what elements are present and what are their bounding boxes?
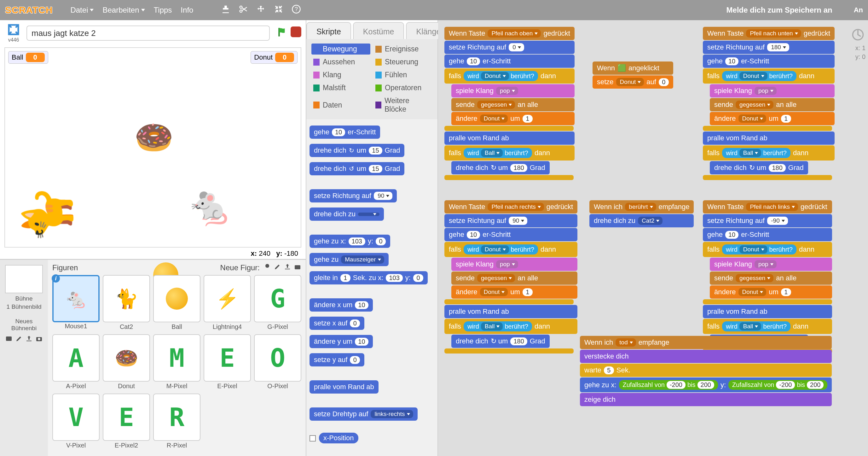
version-label: v446 [4,37,23,43]
var-ball-value: 0 [26,53,45,62]
cat-label: Fühlen [385,71,407,79]
scissors-icon[interactable] [239,4,248,16]
cat-sensing[interactable]: Fühlen [373,69,432,81]
reporter-checkbox[interactable] [310,435,316,442]
cat-label: Operatoren [385,84,422,92]
script-right[interactable]: Wenn TastePfeil nach rechtsgedrückt setz… [444,200,578,354]
blk-bounce[interactable]: pralle vom Rand ab [310,380,378,394]
script-area[interactable]: x: 1y: 0 Wenn TastePfeil nach obengedrüc… [438,20,868,456]
blk-goto-xy[interactable]: gehe zu x:103y:0 [310,235,390,248]
sprite-thumb-cat2[interactable]: 🐈Cat2 [103,275,150,322]
blk-change-x[interactable]: ändere x um10 [310,298,373,311]
menu-edit[interactable]: Bearbeiten [102,6,145,14]
blk-turn-cw[interactable]: drehe dich↻ um 15Grad [310,144,404,157]
blk-turn-ccw[interactable]: drehe dich↺ um 15Grad [310,162,404,175]
fullscreen-button[interactable]: v446 [4,23,23,43]
blk-set-y[interactable]: setze y auf0 [310,353,364,366]
library-icon[interactable] [5,335,12,344]
tab-scripts[interactable]: Skripte [306,22,351,39]
upload-icon[interactable] [25,335,33,344]
blk-xpos[interactable]: x-Position [319,433,359,444]
script-down[interactable]: Wenn TastePfeil nach untengedrückt setze… [703,27,835,180]
cat-label: Daten [323,101,342,110]
scratch-logo[interactable]: SCRATCH [5,5,53,16]
cat-label: Klang [323,71,341,79]
sprite-direction-icon[interactable] [851,28,865,43]
sprite-name: Ball [172,323,182,331]
script-flag[interactable]: Wenn 🟩 angeklickt setzeDonutauf0 [592,61,673,89]
cat-sound[interactable]: Klang [311,69,370,81]
cat-label: Malstift [323,84,346,92]
backdrop-thumbnail[interactable] [5,265,43,293]
menu-tips[interactable]: Tipps [154,6,172,14]
project-title-input[interactable] [27,26,270,41]
blk-glide[interactable]: gleite in1Sek. zu x:103y:0 [310,271,428,284]
sprite-on-stage-mouse[interactable]: 🐁 [186,184,234,228]
sprite-thumb-a[interactable]: AA-Pixel [52,334,100,382]
sprite-thumb-lightning[interactable]: ⚡Lightning4 [204,275,251,322]
sprite-name: R-Pixel [167,442,187,449]
cat-data[interactable]: Daten [311,95,370,115]
toolbar-tools: ? [221,4,301,16]
sprite-thumb-ball[interactable]: Ball [153,275,200,322]
cat-events[interactable]: Ereignisse [373,43,432,55]
grow-icon[interactable] [256,4,266,16]
sprite-on-stage-cat[interactable]: 🐈 [20,185,75,244]
new-sprite-upload-icon[interactable] [284,263,291,272]
paint-icon[interactable] [15,335,23,344]
cat-pen[interactable]: Malstift [311,82,370,93]
sprite-thumb-g[interactable]: GG-Pixel [254,275,301,322]
block-palette: gehe10er-Schritt drehe dich↻ um 15Grad d… [306,119,437,456]
menu-info[interactable]: Info [181,6,193,14]
sprite-thumb-m[interactable]: MM-Pixel [153,334,200,382]
sign-in-link[interactable]: Melde dich zum Speichern an [726,6,832,14]
help-icon[interactable]: ? [291,4,301,16]
sprite-thumb-e[interactable]: EE-Pixel [204,334,251,382]
blk-move[interactable]: gehe10er-Schritt [310,125,380,139]
blk-set-x[interactable]: setze x auf0 [310,316,364,330]
cat-looks[interactable]: Aussehen [311,56,370,67]
svg-rect-9 [295,265,300,269]
camera-icon[interactable] [35,335,43,344]
cat-motion[interactable]: Bewegung [311,43,370,55]
sprite-thumb-o[interactable]: OO-Pixel [254,334,301,382]
script-receive-beruhrt[interactable]: Wenn ichberührtempfange drehe dich zuCat… [589,200,694,228]
cat-label: Steuerung [385,58,418,66]
cat-control[interactable]: Steuerung [373,56,432,67]
new-backdrop-label: Neues Bühnenbi [3,318,45,332]
sprite-thumb-mouse1[interactable]: i🐁Mouse1 [52,275,100,322]
menu-file[interactable]: Datei [70,6,94,14]
blk-goto[interactable]: gehe zuMauszeiger [310,253,389,266]
cat-label: Weitere Blöcke [384,96,431,114]
info-icon[interactable]: i [52,274,60,282]
blk-change-y[interactable]: ändere y um10 [310,335,373,348]
stage-area[interactable]: Ball0 Donut0 🍩 🐈 🐁 [4,47,301,248]
script-left[interactable]: Wenn TastePfeil nach linksgedrückt setze… [703,200,832,354]
new-sprite-library-icon[interactable] [264,263,271,272]
sprite-thumb-e2[interactable]: EE-Pixel2 [103,394,150,441]
cat-operators[interactable]: Operatoren [373,82,432,93]
cat-more[interactable]: Weitere Blöcke [373,95,432,115]
sprite-thumb-v[interactable]: VV-Pixel [52,394,100,441]
stop-button[interactable] [290,27,301,37]
caret-down-icon [90,9,94,11]
blk-rot-style[interactable]: setze Drehtyp auflinks-rechts [310,407,417,421]
sprite-thumb-donut[interactable]: 🍩Donut [103,334,150,382]
blk-point-dir[interactable]: setze Richtung auf90 [310,189,397,203]
script-up[interactable]: Wenn TastePfeil nach obengedrückt setze … [444,27,575,180]
new-sprite-paint-icon[interactable] [274,263,281,272]
script-receive-tod[interactable]: Wenn ichtodempfange verstecke dich warte… [580,336,832,406]
sprite-on-stage-donut[interactable]: 🍩 [134,119,174,156]
blk-point-towards[interactable]: drehe dich zu [310,208,384,221]
sprite-xy: x: 1y: 0 [856,43,866,61]
menu-edit-label: Bearbeiten [102,6,139,14]
sprite-thumb-r[interactable]: RR-Pixel [153,394,200,441]
stamp-icon[interactable] [221,4,230,16]
var-ball-label: Ball [12,53,23,61]
tab-costumes[interactable]: Kostüme [353,22,404,39]
var-donut-label: Donut [254,53,273,61]
new-sprite-camera-icon[interactable] [294,263,301,272]
shrink-icon[interactable] [274,4,283,16]
green-flag-button[interactable] [277,27,288,40]
backdrop-count: 1 Bühnenbild [3,303,45,310]
